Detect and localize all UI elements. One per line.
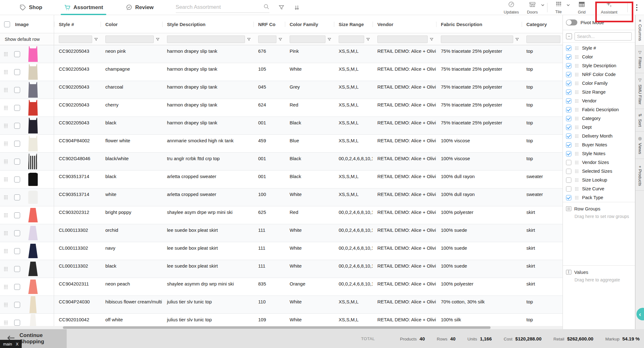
cell-style[interactable]: CC902205043 (54, 117, 101, 134)
cell-color[interactable]: black (101, 117, 162, 134)
cell-vendor[interactable]: RETAIL DEMO: Alice + Olivi (373, 171, 436, 188)
cell-size[interactable]: 00,0,2,4,6,8,10,12 (334, 278, 373, 296)
row-checkbox-cell[interactable] (11, 99, 23, 117)
drag-handle-icon[interactable] (4, 70, 8, 74)
row-checkbox-cell[interactable] (11, 135, 23, 152)
header-color[interactable]: Color (101, 22, 162, 27)
cell-size[interactable]: 00,0,2,4,6,8,10,12 (334, 260, 373, 278)
row-drag-cell[interactable] (0, 314, 11, 326)
cell-color[interactable]: neon peach (101, 278, 162, 296)
column-toggle-item[interactable]: Vendor (563, 96, 635, 105)
cell-fabric[interactable]: 75% triacetate 25% polyester (436, 117, 522, 134)
filter-style-input[interactable] (59, 35, 92, 43)
cell-vendor[interactable]: RETAIL DEMO: Alice + Olivi (373, 278, 436, 296)
column-toggle-item[interactable]: Category (563, 114, 635, 123)
cell-category[interactable]: top (522, 99, 563, 117)
cell-style[interactable]: CC902205043 (54, 63, 101, 81)
cell-category[interactable]: skirt (522, 224, 563, 242)
row-drag-cell[interactable] (0, 224, 11, 242)
cell-color[interactable]: navy (101, 242, 162, 260)
row-drag-cell[interactable] (0, 63, 11, 81)
cell-category[interactable]: top (522, 81, 563, 99)
cell-style[interactable]: CC903513714 (54, 188, 101, 206)
side-panel-tab[interactable]: ⇅ Sort (636, 109, 644, 132)
cell-description[interactable]: shaylee asymm drp wrp mini ski (162, 278, 253, 296)
collapse-all-icon[interactable]: − (566, 33, 572, 39)
cell-family[interactable]: Black (285, 153, 334, 170)
row-checkbox-cell[interactable] (11, 117, 23, 134)
drag-handle-icon[interactable] (4, 285, 8, 289)
row-drag-cell[interactable] (0, 260, 11, 278)
cell-description[interactable]: harmon drapey slip tank (162, 99, 253, 117)
cell-nrf[interactable]: 100 (253, 188, 285, 206)
cell-nrf[interactable]: 835 (253, 278, 285, 296)
cell-fabric[interactable]: 100% dull rayon (436, 171, 522, 188)
row-checkbox-cell[interactable] (11, 296, 23, 313)
cell-nrf[interactable]: 105 (253, 63, 285, 81)
cell-description[interactable]: shaylee asym drpe wrp mini ski (162, 206, 253, 224)
row-checkbox[interactable] (14, 87, 20, 93)
cell-color[interactable]: off white (101, 314, 162, 326)
cell-family[interactable]: White (285, 260, 334, 278)
table-row[interactable]: CC904202311 neon peach shaylee asymm drp… (0, 278, 563, 296)
header-description[interactable]: Style Description (162, 22, 253, 27)
filter-icon[interactable] (278, 4, 285, 11)
column-checkbox[interactable] (566, 54, 571, 60)
row-checkbox-cell[interactable] (11, 224, 23, 242)
cell-description[interactable]: annmarie smocked high nk tank (162, 135, 253, 152)
cell-style[interactable]: CL000113302 (54, 224, 101, 242)
column-checkbox[interactable] (566, 177, 571, 183)
header-style[interactable]: Style # (54, 22, 101, 27)
column-toggle-item[interactable]: Vendor Sizes (563, 158, 635, 167)
cell-vendor[interactable]: RETAIL DEMO: Alice + Olivi (373, 206, 436, 224)
cell-color[interactable]: charcoal (101, 81, 162, 99)
table-row[interactable]: CC902205043 cherry harmon drapey slip ta… (0, 99, 563, 117)
row-checkbox-cell[interactable] (11, 81, 23, 99)
cell-color[interactable]: neon pink (101, 45, 162, 63)
cell-description[interactable]: lee suede box pleat skirt (162, 224, 253, 242)
doors-button[interactable]: Doors (523, 0, 542, 15)
cell-family[interactable]: Grey (285, 81, 334, 99)
row-drag-cell[interactable] (0, 171, 11, 188)
scrollbar-thumb[interactable] (63, 326, 491, 329)
cell-vendor[interactable]: RETAIL DEMO: Alice + Olivi (373, 99, 436, 117)
cell-description[interactable]: lee suede box pleat skirt (162, 242, 253, 260)
column-checkbox[interactable] (566, 151, 571, 156)
header-family[interactable]: Color Family (285, 22, 334, 27)
column-checkbox[interactable] (566, 142, 571, 148)
cell-family[interactable]: Blue (285, 135, 334, 152)
drag-handle-icon[interactable] (575, 90, 579, 94)
row-checkbox[interactable] (14, 320, 20, 326)
drag-handle-icon[interactable] (575, 187, 579, 191)
cell-color[interactable]: cherry (101, 99, 162, 117)
cell-nrf[interactable]: 676 (253, 45, 285, 63)
cell-vendor[interactable]: RETAIL DEMO: Alice + Olivi (373, 242, 436, 260)
table-row[interactable]: CC903202312 bright poppy shaylee asym dr… (0, 206, 563, 224)
row-checkbox[interactable] (14, 177, 20, 182)
cell-family[interactable]: White (285, 188, 334, 206)
column-toggle-item[interactable]: NRF Color Code (563, 70, 635, 79)
cell-description[interactable]: julius tier slv tunic top (162, 296, 253, 313)
drag-handle-icon[interactable] (575, 55, 579, 59)
drag-handle-icon[interactable] (4, 195, 8, 200)
cell-vendor[interactable]: RETAIL DEMO: Alice + Olivi (373, 188, 436, 206)
tile-button[interactable]: Tile (549, 0, 568, 15)
cell-vendor[interactable]: RETAIL DEMO: Alice + Olivi (373, 135, 436, 152)
drag-handle-icon[interactable] (4, 177, 8, 182)
filter-category-input[interactable] (526, 35, 560, 43)
cell-style[interactable]: CC902010042 (54, 314, 101, 326)
cell-nrf[interactable]: 111 (253, 224, 285, 242)
cell-category[interactable]: skirt (522, 260, 563, 278)
column-checkbox[interactable] (566, 72, 571, 77)
cell-fabric[interactable]: 100% polyester (436, 206, 522, 224)
cell-vendor[interactable]: RETAIL DEMO: Alice + Olivi (373, 153, 436, 170)
filter-size-input[interactable] (339, 35, 364, 43)
drag-handle-icon[interactable] (575, 169, 579, 173)
cell-description[interactable]: harmon drapey slip tank (162, 45, 253, 63)
cell-family[interactable]: Black (285, 117, 334, 134)
table-row[interactable]: CL000113302 orchid lee suede box pleat s… (0, 224, 563, 242)
filter-family-input[interactable] (290, 35, 325, 43)
table-row[interactable]: CC902010042 off white julius tier slv tu… (0, 314, 563, 326)
cell-category[interactable]: skirt (522, 242, 563, 260)
cell-vendor[interactable]: RETAIL DEMO: Alice + Olivi (373, 314, 436, 326)
